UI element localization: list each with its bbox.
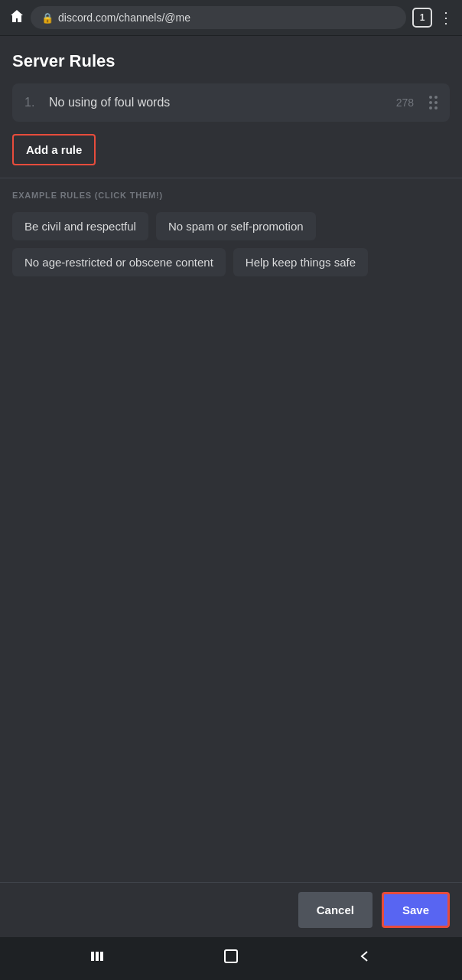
- url-bar[interactable]: 🔒 discord.com/channels/@me: [31, 6, 406, 29]
- rule-item: 1. No using of foul words 278: [12, 83, 450, 122]
- example-rules-label: EXAMPLE RULES (CLICK THEM!): [12, 191, 450, 200]
- nav-menu-icon[interactable]: [89, 948, 106, 969]
- nav-home-icon[interactable]: [223, 948, 239, 969]
- example-tag-3[interactable]: Help keep things safe: [233, 248, 368, 276]
- example-tag-1[interactable]: No spam or self-promotion: [156, 212, 316, 240]
- url-text: discord.com/channels/@me: [58, 11, 190, 24]
- example-tags-container: Be civil and respectful No spam or self-…: [12, 212, 450, 276]
- svg-rect-3: [225, 950, 237, 962]
- svg-rect-0: [91, 952, 94, 961]
- rule-text: No using of foul words: [49, 96, 387, 109]
- nav-back-icon[interactable]: [356, 948, 373, 969]
- bottom-action-bar: Cancel Save: [0, 882, 462, 937]
- more-options-icon[interactable]: ⋮: [438, 8, 453, 27]
- example-rules-section: EXAMPLE RULES (CLICK THEM!): [12, 191, 450, 200]
- example-tag-0[interactable]: Be civil and respectful: [12, 212, 148, 240]
- lock-icon: 🔒: [41, 12, 54, 24]
- browser-chrome: 🔒 discord.com/channels/@me 1 ⋮: [0, 0, 462, 36]
- svg-rect-1: [96, 952, 99, 961]
- svg-rect-2: [100, 952, 103, 961]
- save-button[interactable]: Save: [382, 892, 450, 928]
- tab-count-badge[interactable]: 1: [412, 8, 432, 28]
- rule-char-count: 278: [396, 96, 414, 109]
- main-content: Server Rules 1. No using of foul words 2…: [0, 36, 462, 882]
- cancel-button[interactable]: Cancel: [298, 892, 373, 928]
- add-rule-button[interactable]: Add a rule: [12, 134, 96, 165]
- drag-handle-icon[interactable]: [429, 96, 438, 109]
- rules-list: 1. No using of foul words 278: [12, 83, 450, 122]
- navigation-bar: [0, 937, 462, 980]
- rule-number: 1.: [24, 96, 40, 109]
- example-tag-2[interactable]: No age-restricted or obscene content: [12, 248, 226, 276]
- home-icon[interactable]: [9, 8, 24, 28]
- page-title: Server Rules: [12, 51, 450, 71]
- divider: [0, 178, 462, 178]
